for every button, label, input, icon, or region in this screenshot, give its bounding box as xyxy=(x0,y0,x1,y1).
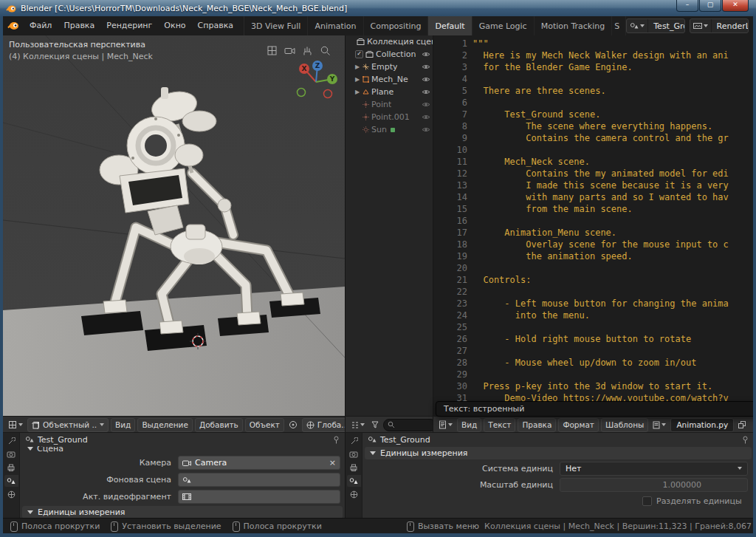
expand-arrow-icon[interactable]: ▶ xyxy=(355,64,360,70)
orientation-dropdown[interactable]: Глоба... xyxy=(302,418,351,432)
breadcrumb-scene-name[interactable]: Test_Ground xyxy=(380,435,430,445)
filter-funnel-icon[interactable] xyxy=(369,419,381,431)
code-line[interactable]: 2 Here is my Mech Neck Walker design wit… xyxy=(438,49,753,61)
workspace-tab-game-logic[interactable]: Game Logic xyxy=(472,16,535,35)
texteditor-menu-format[interactable]: Формат xyxy=(558,418,599,432)
code-line[interactable]: 21 Controls: xyxy=(438,274,753,286)
texteditor-menu-view[interactable]: Вид xyxy=(457,418,481,432)
background-scene-field[interactable] xyxy=(178,473,340,487)
code-line[interactable]: 27 xyxy=(438,345,753,357)
visibility-eye-icon[interactable] xyxy=(422,76,430,83)
code-line[interactable]: 15 from the main scene. xyxy=(438,203,753,215)
units-panel-header[interactable]: Единицы измерения xyxy=(22,506,343,519)
editor-type-button[interactable] xyxy=(6,419,25,431)
pan-hand-icon[interactable] xyxy=(301,44,314,57)
code-line[interactable]: 24 into the menu. xyxy=(438,309,753,321)
axis-neg-x-ball[interactable] xyxy=(324,90,332,98)
pivot-point-button[interactable] xyxy=(286,419,300,431)
view-layer-name[interactable]: RenderLayer xyxy=(712,19,749,33)
workspace-tab-default[interactable]: Default xyxy=(428,16,472,35)
text-editor-icon[interactable] xyxy=(436,419,455,431)
breadcrumb-scene-name[interactable]: Test_Ground xyxy=(38,435,88,445)
code-line[interactable]: 6 xyxy=(438,97,753,109)
outliner-item-label[interactable]: Point xyxy=(371,100,391,109)
unit-scale-field[interactable]: 1.000000 xyxy=(560,478,748,492)
code-line[interactable]: 17 Animation_Menu scene. xyxy=(438,227,753,239)
ptab-tool-icon[interactable] xyxy=(4,435,18,447)
ptab-render-icon[interactable] xyxy=(4,448,18,460)
text-datablock-icon[interactable] xyxy=(650,419,668,431)
menu-edit[interactable]: Правка xyxy=(58,16,100,35)
code-line[interactable]: 4 xyxy=(438,73,753,85)
unit-system-dropdown[interactable]: Нет xyxy=(560,462,748,476)
code-line[interactable]: 3 for the Blender Game Engine. xyxy=(438,61,753,73)
visibility-eye-icon[interactable] xyxy=(422,64,430,70)
ptab-output-printer-icon[interactable] xyxy=(4,462,18,473)
outliner-search-input[interactable] xyxy=(383,419,436,431)
workspace-tab-scripting-cut[interactable]: S xyxy=(612,16,626,35)
code-line[interactable]: 13 I made this scene because it is a ver… xyxy=(438,179,753,191)
ptab-render-icon[interactable] xyxy=(347,448,361,460)
zoom-icon[interactable] xyxy=(319,44,331,57)
code-line[interactable]: 14 with many parts and so I wanted to ha… xyxy=(438,191,753,203)
outliner-row-plane[interactable]: ▶ Plane xyxy=(346,86,433,98)
copy-text-button[interactable] xyxy=(736,419,748,431)
viewport-menu-object[interactable]: Объект xyxy=(245,418,284,432)
texteditor-menu-text[interactable]: Текст xyxy=(484,418,515,432)
camera-field[interactable]: Camera × xyxy=(178,456,340,470)
workspace-tab-motion-tracking[interactable]: Motion Tracking xyxy=(535,16,613,35)
code-line[interactable]: 26 - Hold right mouse button to rotate xyxy=(438,333,753,345)
outliner-item-label[interactable]: Plane xyxy=(371,87,394,97)
close-button[interactable]: ✕ xyxy=(722,0,749,12)
code-line[interactable]: 11 Mech_Neck scene. xyxy=(438,156,753,168)
camera-view-icon[interactable] xyxy=(284,44,296,57)
outliner-row-collection[interactable]: ✓ Collection xyxy=(346,48,433,61)
units-panel-header[interactable]: Единицы измерения xyxy=(365,447,752,459)
scene-selector[interactable]: Test_Ground × xyxy=(626,18,684,33)
code-line[interactable]: 22 xyxy=(438,286,753,298)
code-line[interactable]: 25 xyxy=(438,321,753,333)
outliner-item-label[interactable]: Collection xyxy=(376,49,416,59)
pin-icon[interactable] xyxy=(742,436,749,444)
pin-icon[interactable] xyxy=(333,436,340,444)
menu-render[interactable]: Рендеринг xyxy=(100,16,158,35)
viewport-menu-view[interactable]: Вид xyxy=(111,418,135,432)
code-line[interactable]: 9 Contains the camera control and the gr xyxy=(438,132,753,144)
outliner-row-scene-collection[interactable]: Коллекция сцен xyxy=(346,35,433,48)
unlink-text-button[interactable]: × xyxy=(750,419,753,431)
active-clip-field[interactable] xyxy=(178,490,340,504)
ptab-scene-icon[interactable] xyxy=(4,475,18,487)
visibility-eye-icon[interactable] xyxy=(422,101,430,108)
outliner-editor-icon[interactable] xyxy=(348,419,367,431)
code-line[interactable]: 23 - Left mouse button for changing the … xyxy=(438,298,753,309)
outliner-item-label[interactable]: Empty xyxy=(371,62,397,72)
menu-window[interactable]: Окно xyxy=(158,16,191,35)
workspace-tab-compositing[interactable]: Compositing xyxy=(364,16,429,35)
code-line[interactable]: 20 xyxy=(438,262,753,274)
visibility-eye-icon[interactable] xyxy=(422,89,430,95)
code-lines[interactable]: 1"""2 Here is my Mech Neck Walker design… xyxy=(433,35,753,416)
title-bar[interactable]: Blender [C:\Users\HorrorTM\Downloads\Nec… xyxy=(0,0,756,16)
outliner-row-empty[interactable]: ▶ Empty xyxy=(346,61,433,73)
menu-file[interactable]: Файл xyxy=(24,16,58,35)
outliner-item-label[interactable]: Mech_Ne xyxy=(371,75,408,84)
visibility-eye-icon[interactable] xyxy=(422,51,430,58)
code-line[interactable]: 29 xyxy=(438,369,753,380)
separate-units-checkbox[interactable] xyxy=(642,496,652,506)
code-line[interactable]: 5 There are three scenes. xyxy=(438,85,753,97)
blender-menu-logo-icon[interactable] xyxy=(3,21,24,30)
ptab-world-icon[interactable] xyxy=(347,488,361,500)
code-line[interactable]: 19 the animation speed. xyxy=(438,250,753,262)
code-line[interactable]: 18 Overlay scene for the mouse input to … xyxy=(438,239,753,250)
maximize-button[interactable]: ▢ xyxy=(699,0,721,12)
code-line[interactable]: 28 - Mouse wheel up/down to zoom in/out xyxy=(438,357,753,369)
view-layer-selector[interactable]: RenderLayer × xyxy=(690,18,749,33)
workspace-tab-3d-view-full[interactable]: 3D View Full xyxy=(244,16,308,35)
navigation-gizmo[interactable]: X Z Y xyxy=(295,59,337,102)
code-line[interactable]: 16 xyxy=(438,215,753,227)
scene-panel-header-clipped[interactable]: Сцена xyxy=(20,446,345,454)
expand-arrow-icon[interactable]: ▶ xyxy=(355,76,360,83)
ptab-scene-icon[interactable] xyxy=(347,475,361,487)
visibility-eye-icon[interactable] xyxy=(422,114,430,120)
object-mode-dropdown[interactable]: Объектный .. xyxy=(27,418,109,432)
